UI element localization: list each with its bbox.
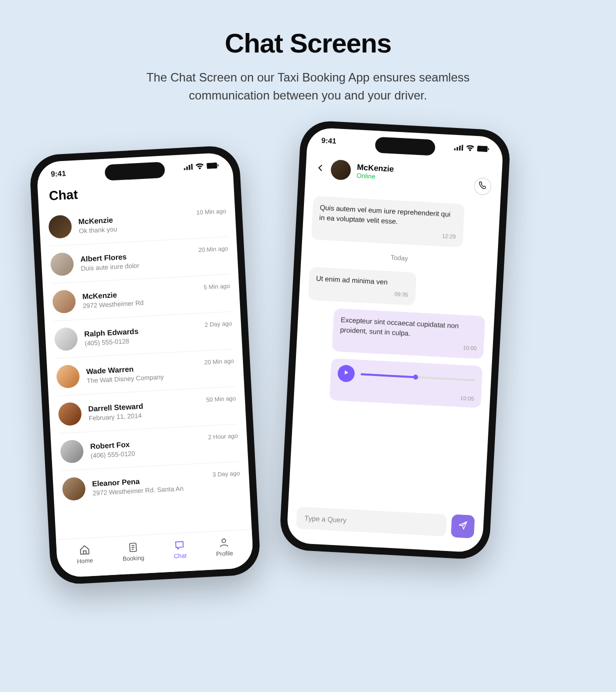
battery-icon xyxy=(206,162,219,168)
status-time: 9:41 xyxy=(321,136,336,146)
page-title: Chat Screens xyxy=(0,28,616,58)
booking-icon xyxy=(127,542,138,553)
page-subtitle: The Chat Screen on our Taxi Booking App … xyxy=(128,68,488,104)
chat-text: Darrell Steward February 11, 2014 xyxy=(88,398,200,422)
message-outgoing: Excepteur sint occaecat cupidatat non pr… xyxy=(332,308,486,359)
conversation-body[interactable]: Quis autem vel eum iure reprehenderit qu… xyxy=(288,190,500,511)
svg-rect-14 xyxy=(462,144,464,150)
message-time: 09:35 xyxy=(316,286,408,299)
svg-rect-2 xyxy=(188,164,190,170)
message-text: Excepteur sint occaecat cupidatat non pr… xyxy=(340,314,478,342)
conversation-title-block: McKenzie Online xyxy=(356,162,469,185)
svg-rect-11 xyxy=(454,148,456,150)
play-button[interactable] xyxy=(338,364,356,382)
avatar xyxy=(62,477,86,501)
chat-time: 3 Day ago xyxy=(212,470,240,478)
avatar xyxy=(54,327,78,351)
avatar xyxy=(58,402,82,426)
nav-label: Chat xyxy=(174,552,186,560)
audio-track[interactable] xyxy=(361,374,475,382)
avatar xyxy=(60,440,84,464)
wifi-icon xyxy=(196,163,204,170)
message-time: 10:05 xyxy=(337,388,474,402)
chat-time: 20 Min ago xyxy=(204,358,234,366)
avatar xyxy=(50,252,74,276)
message-text: Quis autem vel eum iure reprehenderit qu… xyxy=(319,202,457,230)
signal-icon xyxy=(184,164,193,170)
chat-time: 5 Min ago xyxy=(204,282,230,291)
play-icon xyxy=(342,369,350,378)
chat-text: McKenzie 2972 Westheimer Rd xyxy=(82,286,198,310)
svg-rect-3 xyxy=(191,164,193,170)
chat-text: Wade Warren The Walt Disney Company xyxy=(86,361,198,384)
phone-screen: 9:41 Chat McKenzie Ok thank you 10 Min a… xyxy=(36,152,254,578)
status-time: 9:41 xyxy=(50,169,66,178)
avatar xyxy=(52,290,76,314)
avatar xyxy=(48,214,72,238)
chat-text: Ralph Edwards (405) 555-0128 xyxy=(84,324,198,347)
nav-label: Booking xyxy=(122,554,144,562)
notch xyxy=(104,162,166,180)
page-header: Chat Screens The Chat Screen on our Taxi… xyxy=(0,0,616,104)
message-incoming: Ut enim ad minima ven 09:35 xyxy=(308,266,416,305)
svg-rect-0 xyxy=(184,168,185,170)
send-button[interactable] xyxy=(451,514,475,538)
day-separator: Today xyxy=(310,249,488,266)
signal-icon xyxy=(454,144,464,150)
message-text: Ut enim ad minima ven xyxy=(316,273,409,288)
svg-point-10 xyxy=(222,539,226,543)
message-input[interactable]: Type a Query xyxy=(296,506,447,536)
status-icons xyxy=(184,162,219,170)
svg-rect-1 xyxy=(186,166,188,170)
chat-time: 50 Min ago xyxy=(206,395,236,404)
avatar xyxy=(56,364,80,388)
phone-conversation: 9:41 McKenzie Online Quis autem vel eum … xyxy=(279,120,511,560)
audio-controls xyxy=(338,364,476,388)
back-button[interactable] xyxy=(316,163,325,175)
chat-text: Eleanor Pena 2972 Westheimer Rd. Santa A… xyxy=(92,473,206,496)
nav-home[interactable]: Home xyxy=(76,544,93,565)
chat-icon xyxy=(174,539,186,550)
audio-thumb[interactable] xyxy=(413,374,418,380)
avatar[interactable] xyxy=(330,160,352,180)
battery-icon xyxy=(477,146,490,152)
chat-list[interactable]: McKenzie Ok thank you 10 Min ago Albert … xyxy=(38,199,252,540)
nav-label: Home xyxy=(77,557,94,565)
phone-chat-list: 9:41 Chat McKenzie Ok thank you 10 Min a… xyxy=(29,145,261,586)
svg-rect-13 xyxy=(459,146,461,150)
notch xyxy=(375,136,436,156)
nav-chat[interactable]: Chat xyxy=(173,539,186,560)
message-incoming: Quis autem vel eum iure reprehenderit qu… xyxy=(311,196,464,247)
chat-time: 2 Hour ago xyxy=(208,432,238,440)
svg-rect-5 xyxy=(218,164,218,166)
send-icon xyxy=(458,520,468,532)
home-icon xyxy=(78,544,90,556)
wifi-icon xyxy=(466,144,474,151)
audio-message-outgoing: 10:05 xyxy=(330,358,483,408)
svg-rect-12 xyxy=(456,146,458,150)
call-button[interactable] xyxy=(474,178,492,196)
chat-text: Albert Flores Duis aute irure dolor xyxy=(80,248,192,272)
nav-profile[interactable]: Profile xyxy=(216,536,234,558)
status-icons xyxy=(454,144,490,152)
audio-track-fill xyxy=(361,374,416,378)
svg-rect-4 xyxy=(206,162,218,168)
svg-rect-15 xyxy=(477,146,488,152)
chat-time: 10 Min ago xyxy=(196,208,226,216)
phone-icon xyxy=(478,180,488,192)
chat-time: 2 Day ago xyxy=(204,320,232,328)
nav-label: Profile xyxy=(216,550,234,558)
svg-rect-16 xyxy=(488,148,489,150)
chat-time: 20 Min ago xyxy=(198,245,228,254)
phone-screen: 9:41 McKenzie Online Quis autem vel eum … xyxy=(286,127,504,552)
chat-text: Robert Fox (406) 555-0120 xyxy=(90,436,202,460)
nav-booking[interactable]: Booking xyxy=(122,542,144,562)
profile-icon xyxy=(218,537,230,548)
chat-text: McKenzie Ok thank you xyxy=(78,211,190,234)
